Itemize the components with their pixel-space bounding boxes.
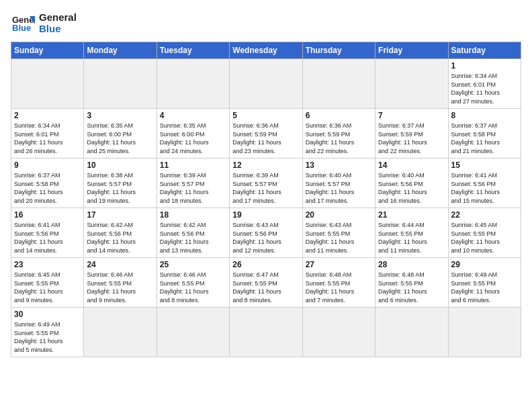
calendar-cell (230, 59, 302, 109)
weekday-header-friday: Friday (375, 42, 448, 59)
day-info: Sunrise: 6:49 AM Sunset: 5:55 PM Dayligh… (451, 271, 518, 304)
day-info: Sunrise: 6:35 AM Sunset: 6:00 PM Dayligh… (87, 122, 153, 155)
day-info: Sunrise: 6:46 AM Sunset: 5:55 PM Dayligh… (160, 271, 226, 304)
weekday-header-tuesday: Tuesday (157, 42, 229, 59)
day-number: 28 (378, 260, 445, 269)
day-number: 6 (306, 111, 372, 120)
calendar-cell (302, 308, 375, 357)
calendar-cell: 5Sunrise: 6:36 AM Sunset: 5:59 PM Daylig… (230, 109, 302, 158)
calendar-cell: 8Sunrise: 6:37 AM Sunset: 5:58 PM Daylig… (448, 109, 521, 158)
day-number: 8 (451, 111, 518, 120)
day-info: Sunrise: 6:36 AM Sunset: 5:59 PM Dayligh… (232, 122, 299, 155)
day-number: 20 (306, 210, 372, 220)
day-info: Sunrise: 6:40 AM Sunset: 5:57 PM Dayligh… (306, 171, 372, 205)
day-number: 22 (451, 210, 518, 220)
day-info: Sunrise: 6:34 AM Sunset: 6:01 PM Dayligh… (451, 72, 518, 105)
day-info: Sunrise: 6:37 AM Sunset: 5:58 PM Dayligh… (451, 122, 518, 155)
day-info: Sunrise: 6:40 AM Sunset: 5:56 PM Dayligh… (378, 171, 445, 205)
day-info: Sunrise: 6:44 AM Sunset: 5:55 PM Dayligh… (378, 221, 445, 255)
logo-general: General (39, 11, 77, 23)
day-info: Sunrise: 6:43 AM Sunset: 5:56 PM Dayligh… (232, 221, 299, 255)
calendar-cell (302, 59, 375, 109)
calendar-cell: 13Sunrise: 6:40 AM Sunset: 5:57 PM Dayli… (302, 158, 375, 208)
day-info: Sunrise: 6:48 AM Sunset: 5:55 PM Dayligh… (378, 271, 445, 304)
calendar-cell: 23Sunrise: 6:45 AM Sunset: 5:55 PM Dayli… (11, 258, 84, 308)
day-number: 17 (87, 210, 153, 220)
calendar-cell: 10Sunrise: 6:38 AM Sunset: 5:57 PM Dayli… (84, 158, 157, 208)
calendar-cell: 25Sunrise: 6:46 AM Sunset: 5:55 PM Dayli… (157, 258, 229, 308)
day-number: 2 (14, 111, 81, 120)
day-number: 4 (160, 111, 226, 120)
day-number: 15 (451, 161, 518, 170)
day-info: Sunrise: 6:39 AM Sunset: 5:57 PM Dayligh… (160, 171, 226, 205)
day-info: Sunrise: 6:34 AM Sunset: 6:01 PM Dayligh… (14, 122, 81, 155)
day-number: 7 (378, 111, 445, 120)
calendar-table: SundayMondayTuesdayWednesdayThursdayFrid… (11, 42, 521, 357)
day-info: Sunrise: 6:35 AM Sunset: 6:00 PM Dayligh… (160, 122, 226, 155)
calendar-cell: 9Sunrise: 6:37 AM Sunset: 5:58 PM Daylig… (11, 158, 84, 208)
calendar-cell: 12Sunrise: 6:39 AM Sunset: 5:57 PM Dayli… (230, 158, 302, 208)
day-number: 11 (160, 161, 226, 170)
calendar-cell: 29Sunrise: 6:49 AM Sunset: 5:55 PM Dayli… (448, 258, 521, 308)
calendar-cell: 1Sunrise: 6:34 AM Sunset: 6:01 PM Daylig… (448, 59, 521, 109)
logo-icon: General Blue (11, 11, 35, 35)
calendar-cell: 11Sunrise: 6:39 AM Sunset: 5:57 PM Dayli… (157, 158, 229, 208)
day-info: Sunrise: 6:41 AM Sunset: 5:56 PM Dayligh… (14, 221, 81, 255)
logo-blue: Blue (39, 23, 77, 34)
calendar-cell (11, 59, 84, 109)
calendar-cell: 16Sunrise: 6:41 AM Sunset: 5:56 PM Dayli… (11, 208, 84, 258)
day-info: Sunrise: 6:49 AM Sunset: 5:55 PM Dayligh… (14, 320, 81, 354)
calendar-cell: 6Sunrise: 6:36 AM Sunset: 5:59 PM Daylig… (302, 109, 375, 158)
day-number: 26 (232, 260, 299, 269)
day-info: Sunrise: 6:43 AM Sunset: 5:55 PM Dayligh… (306, 221, 372, 255)
calendar-cell: 3Sunrise: 6:35 AM Sunset: 6:00 PM Daylig… (84, 109, 157, 158)
day-number: 29 (451, 260, 518, 269)
calendar-cell: 18Sunrise: 6:42 AM Sunset: 5:56 PM Dayli… (157, 208, 229, 258)
day-number: 12 (232, 161, 299, 170)
logo: General Blue General Blue (11, 11, 77, 35)
day-number: 23 (14, 260, 81, 269)
calendar-cell: 22Sunrise: 6:45 AM Sunset: 5:55 PM Dayli… (448, 208, 521, 258)
day-number: 13 (306, 161, 372, 170)
day-number: 16 (14, 210, 81, 220)
calendar-cell (157, 59, 229, 109)
calendar-cell: 2Sunrise: 6:34 AM Sunset: 6:01 PM Daylig… (11, 109, 84, 158)
calendar-cell (230, 308, 302, 357)
calendar-cell (157, 308, 229, 357)
day-info: Sunrise: 6:45 AM Sunset: 5:55 PM Dayligh… (14, 271, 81, 304)
calendar-cell (375, 59, 448, 109)
calendar-cell: 20Sunrise: 6:43 AM Sunset: 5:55 PM Dayli… (302, 208, 375, 258)
weekday-header-monday: Monday (84, 42, 157, 59)
calendar-cell: 17Sunrise: 6:42 AM Sunset: 5:56 PM Dayli… (84, 208, 157, 258)
day-info: Sunrise: 6:45 AM Sunset: 5:55 PM Dayligh… (451, 221, 518, 255)
calendar-cell: 19Sunrise: 6:43 AM Sunset: 5:56 PM Dayli… (230, 208, 302, 258)
calendar-cell: 21Sunrise: 6:44 AM Sunset: 5:55 PM Dayli… (375, 208, 448, 258)
svg-text:Blue: Blue (12, 23, 31, 33)
calendar-cell: 26Sunrise: 6:47 AM Sunset: 5:55 PM Dayli… (230, 258, 302, 308)
calendar-cell: 27Sunrise: 6:48 AM Sunset: 5:55 PM Dayli… (302, 258, 375, 308)
day-number: 30 (14, 310, 81, 319)
day-info: Sunrise: 6:39 AM Sunset: 5:57 PM Dayligh… (232, 171, 299, 205)
calendar-cell: 30Sunrise: 6:49 AM Sunset: 5:55 PM Dayli… (11, 308, 84, 357)
day-number: 3 (87, 111, 153, 120)
calendar-cell (448, 308, 521, 357)
weekday-header-wednesday: Wednesday (230, 42, 302, 59)
day-number: 27 (306, 260, 372, 269)
day-info: Sunrise: 6:48 AM Sunset: 5:55 PM Dayligh… (306, 271, 372, 304)
day-number: 25 (160, 260, 226, 269)
day-number: 21 (378, 210, 445, 220)
calendar-cell: 14Sunrise: 6:40 AM Sunset: 5:56 PM Dayli… (375, 158, 448, 208)
header: General Blue General Blue (11, 11, 521, 35)
day-info: Sunrise: 6:42 AM Sunset: 5:56 PM Dayligh… (160, 221, 226, 255)
day-number: 14 (378, 161, 445, 170)
day-number: 5 (232, 111, 299, 120)
day-number: 24 (87, 260, 153, 269)
calendar-cell: 15Sunrise: 6:41 AM Sunset: 5:56 PM Dayli… (448, 158, 521, 208)
calendar-cell (84, 59, 157, 109)
day-info: Sunrise: 6:46 AM Sunset: 5:55 PM Dayligh… (87, 271, 153, 304)
day-info: Sunrise: 6:47 AM Sunset: 5:55 PM Dayligh… (232, 271, 299, 304)
day-number: 19 (232, 210, 299, 220)
day-info: Sunrise: 6:42 AM Sunset: 5:56 PM Dayligh… (87, 221, 153, 255)
calendar-cell: 24Sunrise: 6:46 AM Sunset: 5:55 PM Dayli… (84, 258, 157, 308)
weekday-header-saturday: Saturday (448, 42, 521, 59)
